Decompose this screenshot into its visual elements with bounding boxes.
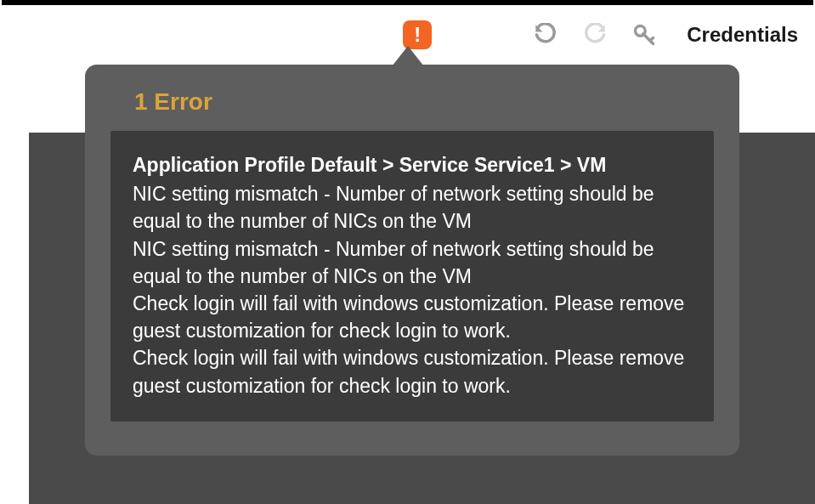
popover-arrow bbox=[389, 46, 427, 70]
credentials-label: Credentials bbox=[687, 23, 798, 47]
error-details-box: Application Profile Default > Service Se… bbox=[110, 131, 714, 422]
error-message: NIC setting mismatch - Number of network… bbox=[133, 235, 692, 290]
undo-icon bbox=[534, 23, 557, 47]
error-message: NIC setting mismatch - Number of network… bbox=[133, 180, 692, 235]
error-breadcrumb: Application Profile Default > Service Se… bbox=[133, 151, 692, 178]
error-message: Check login will fail with windows custo… bbox=[133, 344, 692, 399]
error-message: Check login will fail with windows custo… bbox=[133, 290, 692, 344]
key-icon bbox=[632, 23, 656, 47]
redo-button[interactable] bbox=[583, 23, 607, 47]
redo-icon bbox=[583, 23, 607, 47]
undo-button[interactable] bbox=[534, 23, 557, 47]
error-popover: 1 Error Application Profile Default > Se… bbox=[85, 65, 739, 456]
error-count-title: 1 Error bbox=[134, 88, 714, 116]
exclamation-icon: ! bbox=[414, 25, 421, 45]
content-area: 1 Error Application Profile Default > Se… bbox=[0, 65, 815, 504]
alert-button[interactable]: ! bbox=[403, 20, 432, 49]
credentials-button[interactable] bbox=[632, 23, 656, 47]
